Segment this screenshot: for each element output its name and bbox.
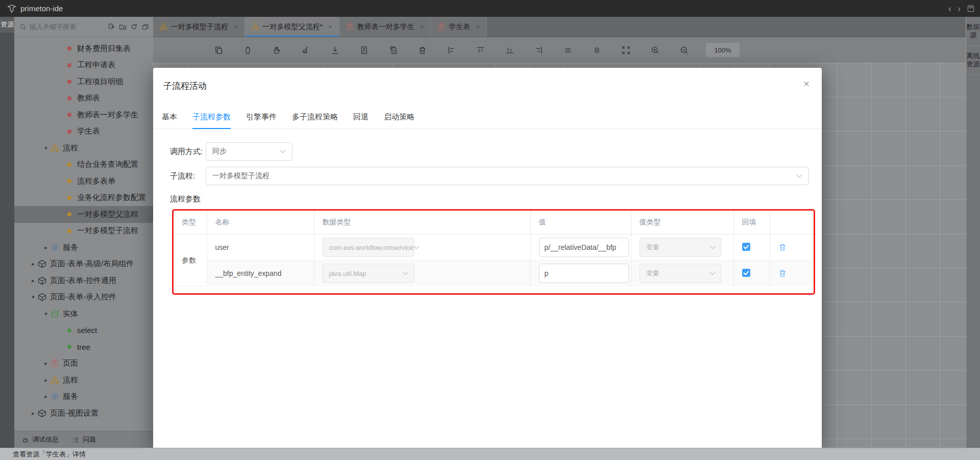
problems-button[interactable]: 问题	[72, 435, 96, 444]
param-value-input[interactable]	[539, 264, 629, 283]
align-right-icon[interactable]	[524, 45, 553, 55]
copy-document-icon[interactable]	[379, 45, 408, 55]
tab-rollback[interactable]: 回退	[353, 112, 369, 129]
document-icon	[437, 23, 445, 31]
fit-screen-icon[interactable]	[611, 45, 641, 55]
tree-item[interactable]: ▸ 页面	[14, 355, 153, 372]
resource-tree: 财务费用归集表工程申请表工程项目明细教师表教师表一对多学生学生表▾ 流程结合业务…	[14, 37, 153, 431]
tree-item[interactable]: 学生表	[14, 123, 153, 140]
tree-item[interactable]: 一对多模型子流程	[14, 223, 153, 240]
editor-tab-active[interactable]: 一对多模型父流程* ×	[245, 17, 339, 37]
subprocess-select[interactable]: 一对多模型子流程	[206, 167, 809, 185]
expand-arrow-icon[interactable]: ▸	[30, 277, 37, 284]
datatype-select[interactable]: com.eos.workflow.omservice	[323, 238, 414, 257]
expand-arrow-icon[interactable]: ▾	[30, 294, 37, 300]
tree-item[interactable]: ▸ 页面-表单-高级/布局组件	[14, 256, 153, 273]
tree-item[interactable]: 一对多模型父流程	[14, 206, 153, 223]
tree-item[interactable]: 教师表一对多学生	[14, 107, 153, 123]
gear-icon	[51, 243, 59, 252]
expand-arrow-icon[interactable]: ▸	[42, 244, 50, 251]
tab-start-strategy[interactable]: 启动策略	[384, 112, 414, 129]
paste-icon[interactable]	[233, 45, 262, 55]
expand-arrow-icon[interactable]: ▸	[30, 410, 37, 417]
close-tab-icon[interactable]: ×	[476, 23, 480, 31]
highlight-annotation-box: 类型 名称 数据类型 值 值类型 回填 参数 user com.eos.work…	[172, 209, 815, 295]
nav-forward-icon[interactable]: ›	[958, 4, 961, 13]
zoom-out-icon[interactable]	[670, 45, 699, 55]
tree-item[interactable]: ▸ 页面-视图设置	[14, 405, 153, 422]
delete-row-icon[interactable]	[778, 243, 814, 251]
editor-tab[interactable]: 学生表 ×	[431, 17, 487, 37]
document-icon[interactable]	[350, 45, 379, 55]
close-tab-icon[interactable]: ×	[420, 23, 424, 31]
editor-tab[interactable]: 一对多模型子流程 ×	[153, 17, 245, 37]
tab-multi-subprocess-strategy[interactable]: 多子流程策略	[292, 112, 338, 129]
backfill-checkbox[interactable]	[742, 243, 750, 251]
backfill-checkbox[interactable]	[742, 269, 750, 277]
tree-item[interactable]: ▾ 流程	[14, 140, 153, 157]
tree-item[interactable]: ▾ 实体	[14, 305, 153, 322]
tree-item[interactable]: 工程申请表	[14, 57, 153, 74]
tree-item-label: 流程多表单	[77, 176, 115, 186]
delete-icon[interactable]	[408, 45, 437, 55]
panel-tab-datasource[interactable]: 数据源	[966, 17, 980, 46]
tree-item[interactable]: ▸ 流程	[14, 372, 153, 389]
tab-basic[interactable]: 基本	[162, 112, 177, 129]
align-bottom-icon[interactable]	[495, 45, 524, 55]
editor-tab[interactable]: 教师表一对多学生 ×	[339, 17, 431, 37]
tree-item[interactable]: 业务化流程参数配置	[14, 190, 153, 207]
align-center-horizontal-icon[interactable]	[553, 45, 582, 55]
tree-item[interactable]: 财务费用归集表	[14, 40, 153, 57]
close-tab-icon[interactable]: ×	[234, 23, 238, 31]
debug-info-button[interactable]: 调试信息	[21, 435, 59, 444]
close-tab-icon[interactable]: ×	[328, 23, 332, 31]
clean-icon[interactable]	[291, 45, 321, 55]
tab-engine-events[interactable]: 引擎事件	[246, 112, 277, 129]
refresh-icon[interactable]	[130, 23, 138, 31]
editor-tab-label: 一对多模型父流程*	[263, 22, 323, 32]
tree-item[interactable]: ▸ 服务	[14, 389, 153, 405]
tree-item[interactable]: 流程多表单	[14, 173, 153, 190]
pan-hand-icon[interactable]	[262, 45, 291, 55]
expand-arrow-icon[interactable]: ▸	[42, 393, 50, 400]
call-mode-select[interactable]: 同步	[206, 142, 292, 161]
tree-item[interactable]: ▾ 页面-表单-录入控件	[14, 289, 153, 306]
new-folder-icon[interactable]	[119, 23, 127, 31]
save-icon[interactable]	[967, 5, 975, 13]
align-left-icon[interactable]	[437, 45, 466, 55]
download-icon[interactable]	[321, 45, 350, 55]
tree-item[interactable]: select	[14, 322, 153, 339]
zoom-level-badge[interactable]: 100%	[706, 43, 740, 57]
align-top-icon[interactable]	[466, 45, 495, 55]
collapse-all-icon[interactable]	[141, 23, 149, 31]
nav-back-icon[interactable]: ‹	[948, 4, 951, 13]
tree-item[interactable]: tree	[14, 339, 153, 355]
app-title: primeton-ide	[20, 4, 63, 13]
tree-item-label: 页面-表单-控件通用	[50, 276, 116, 286]
expand-arrow-icon[interactable]: ▾	[42, 145, 50, 151]
tree-item[interactable]: 结合业务查询配置	[14, 157, 153, 173]
tab-subprocess-params[interactable]: 子流程参数	[192, 112, 231, 129]
locate-resource-icon[interactable]	[108, 23, 115, 31]
panel-tab-offline-resource[interactable]: 离线资源	[966, 46, 980, 75]
tree-item[interactable]: ▸ 服务	[14, 239, 153, 256]
expand-arrow-icon[interactable]: ▸	[42, 377, 50, 384]
activity-tab-resources[interactable]: 资源	[0, 17, 14, 33]
param-value-input[interactable]	[539, 238, 629, 257]
tree-item-label: 流程	[63, 143, 78, 153]
zoom-in-icon[interactable]	[641, 45, 670, 55]
value-type-select[interactable]: 变量	[640, 238, 721, 257]
close-icon[interactable]: ×	[803, 78, 810, 90]
search-input[interactable]	[30, 23, 108, 31]
copy-icon[interactable]	[204, 45, 233, 55]
value-type-select[interactable]: 变量	[640, 264, 721, 283]
datatype-select[interactable]: java.util.Map	[323, 264, 414, 283]
delete-row-icon[interactable]	[778, 269, 814, 277]
tree-item[interactable]: 教师表	[14, 90, 153, 107]
expand-arrow-icon[interactable]: ▾	[42, 311, 50, 317]
align-center-vertical-icon[interactable]	[582, 45, 611, 55]
tree-item[interactable]: 工程项目明细	[14, 73, 153, 90]
tree-item[interactable]: ▸ 页面-表单-控件通用	[14, 272, 153, 289]
expand-arrow-icon[interactable]: ▸	[30, 261, 37, 267]
expand-arrow-icon[interactable]: ▸	[42, 360, 50, 367]
